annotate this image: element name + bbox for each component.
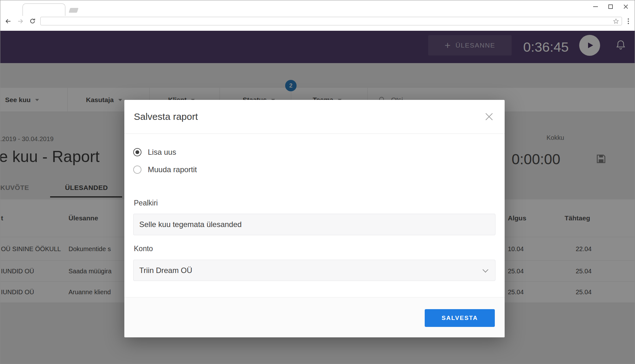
reload-button[interactable]	[28, 17, 36, 25]
screen: + ÜLESANNE 0:36:45 See kuu Kasutaja Klie…	[0, 0, 635, 364]
chevron-down-icon	[482, 267, 488, 272]
radio-label-add-new: Lisa uus	[148, 148, 176, 157]
report-title-input[interactable]	[133, 214, 495, 235]
minimize-icon	[593, 6, 598, 7]
radio-button-edit-report[interactable]	[133, 166, 141, 174]
radio-label-edit-report: Muuda raportit	[148, 165, 197, 174]
save-button[interactable]: SALVESTA	[425, 309, 495, 327]
new-tab-button[interactable]	[69, 8, 79, 13]
account-field-label: Konto	[134, 244, 153, 253]
modal-header: Salvesta raport	[124, 100, 505, 134]
close-window-icon	[623, 4, 628, 9]
browser-navbar	[0, 16, 635, 27]
address-bar[interactable]	[40, 17, 622, 25]
close-modal-button[interactable]	[483, 111, 495, 123]
back-button[interactable]	[4, 17, 12, 25]
back-icon	[4, 17, 12, 25]
address-bar-input[interactable]	[43, 18, 613, 24]
bookmark-star-icon[interactable]	[613, 18, 619, 24]
close-window-button[interactable]	[618, 0, 633, 13]
browser-chrome	[0, 0, 635, 31]
forward-icon	[16, 17, 24, 25]
reload-icon	[29, 18, 36, 24]
browser-tab[interactable]	[23, 3, 65, 16]
maximize-button[interactable]	[603, 0, 618, 13]
minimize-button[interactable]	[588, 0, 603, 13]
browser-menu-icon[interactable]	[626, 18, 631, 24]
browser-tabstrip	[0, 0, 635, 16]
close-icon	[483, 111, 495, 123]
maximize-icon	[608, 4, 613, 9]
modal-footer: SALVESTA	[124, 297, 505, 337]
forward-button[interactable]	[16, 17, 24, 25]
modal-title: Salvesta raport	[134, 111, 198, 122]
window-controls	[588, 0, 633, 13]
title-field-label: Pealkiri	[134, 199, 158, 207]
radio-button-add-new[interactable]	[133, 148, 141, 156]
radio-option-edit-report[interactable]: Muuda raportit	[133, 165, 197, 174]
account-select-value: Triin Dream OÜ	[139, 266, 192, 275]
save-report-modal: Salvesta raport Lisa uus Muuda raportit …	[124, 100, 505, 337]
radio-option-add-new[interactable]: Lisa uus	[133, 148, 176, 157]
account-select[interactable]: Triin Dream OÜ	[133, 260, 495, 281]
